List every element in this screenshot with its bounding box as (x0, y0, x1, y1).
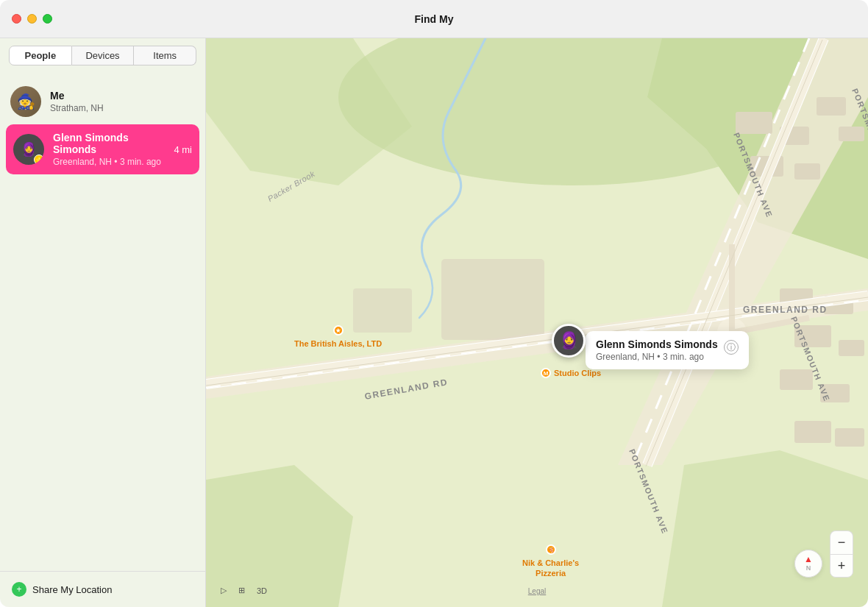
sidebar: People Devices Items 🧙 Me Stratham, NH (0, 38, 206, 607)
poi-label-british: The British Aisles, LTD (294, 338, 382, 349)
person-location-glenn: Greenland, NH • 3 min. ago (53, 157, 165, 167)
svg-rect-13 (839, 127, 864, 141)
poi-dot-studioclips: M (541, 368, 551, 378)
svg-rect-8 (736, 112, 772, 134)
map-view-button[interactable]: ⊞ (238, 586, 245, 595)
svg-rect-11 (794, 163, 820, 180)
avatar-me: 🧙 (10, 86, 41, 117)
poi-nikcharlies: 🍕 Nik & Charlie'sPizzeria (522, 544, 579, 579)
poi-label-nikcharlies: Nik & Charlie'sPizzeria (522, 558, 579, 579)
person-name-me: Me (50, 90, 195, 102)
traffic-lights (12, 14, 52, 24)
person-item-glenn[interactable]: 🧕 ⭐ Glenn Simonds Simonds Greenland, NH … (6, 124, 199, 174)
svg-rect-18 (780, 369, 813, 390)
person-name-glenn: Glenn Simonds Simonds (53, 132, 165, 155)
people-list: 🧙 Me Stratham, NH 🧕 ⭐ Glenn Simonds Simo… (0, 73, 205, 571)
zoom-out-button[interactable]: − (830, 530, 853, 554)
app-window: Find My People Devices Items 🧙 Me Strath… (0, 0, 868, 607)
person-location-me: Stratham, NH (50, 103, 195, 113)
directions-icon: ▷ (221, 586, 227, 595)
map-avatar-glenn: 🧕 (552, 324, 586, 358)
titlebar: Find My (0, 0, 868, 38)
map-zoom-controls: − + (830, 530, 853, 578)
svg-rect-22 (441, 259, 544, 340)
svg-rect-20 (794, 421, 831, 443)
avatar-badge-glenn: ⭐ (34, 155, 44, 165)
person-distance-glenn: 4 mi (174, 144, 192, 155)
map-popup: Glenn Simonds Simonds Greenland, NH • 3 … (586, 331, 749, 369)
svg-rect-19 (820, 384, 850, 402)
svg-rect-16 (794, 325, 831, 347)
share-icon: + (12, 582, 26, 597)
poi-studio-clips: M Studio Clips (541, 368, 601, 378)
poi-label-studioclips: Studio Clips (554, 369, 601, 377)
three-d-label: 3D (257, 586, 267, 595)
poi-dot-nikcharlies: 🍕 (546, 544, 556, 555)
popup-detail: Greenland, NH • 3 min. ago (596, 352, 718, 362)
svg-marker-5 (662, 450, 868, 607)
close-button[interactable] (12, 14, 21, 24)
compass-north: ▲ (804, 555, 813, 564)
tab-bar: People Devices Items (0, 38, 205, 73)
share-location-button[interactable]: + Share My Location (0, 571, 205, 607)
person-item-me[interactable]: 🧙 Me Stratham, NH (0, 79, 205, 124)
svg-rect-21 (835, 428, 864, 447)
avatar-glenn: 🧕 ⭐ (13, 134, 44, 165)
compass-n-label: N (806, 565, 811, 572)
directions-button[interactable]: ▷ (221, 586, 227, 595)
popup-name: Glenn Simonds Simonds (596, 338, 718, 350)
popup-info: Glenn Simonds Simonds Greenland, NH • 3 … (596, 338, 718, 362)
svg-rect-12 (817, 97, 846, 116)
legal-link[interactable]: Legal (528, 587, 546, 595)
popup-info-button[interactable]: ⓘ (724, 340, 739, 355)
tab-people[interactable]: People (9, 46, 72, 65)
map-view-icon: ⊞ (238, 586, 245, 595)
map-person-pin[interactable]: 🧕 (552, 324, 586, 358)
minimize-button[interactable] (27, 14, 37, 24)
tab-devices[interactable]: Devices (72, 46, 135, 65)
poi-dot-british: ★ (333, 325, 344, 336)
map-bottom-bar: ▷ ⊞ 3D (221, 586, 267, 595)
map-area: GREENLAND RD PORTSMOUTH AVE PORTSMOUTH A… (206, 38, 868, 607)
three-d-button[interactable]: 3D (257, 586, 267, 595)
share-label: Share My Location (32, 584, 112, 595)
window-title: Find My (415, 13, 454, 25)
tab-items[interactable]: Items (134, 46, 196, 65)
fullscreen-button[interactable] (43, 14, 52, 24)
svg-rect-17 (839, 340, 864, 356)
person-info-glenn: Glenn Simonds Simonds Greenland, NH • 3 … (53, 132, 165, 167)
poi-british-aisles: ★ The British Aisles, LTD (294, 325, 382, 349)
zoom-in-button[interactable]: + (830, 554, 853, 578)
person-info-me: Me Stratham, NH (50, 90, 195, 113)
compass[interactable]: ▲ N (794, 550, 822, 578)
map-svg (206, 38, 868, 607)
main-content: People Devices Items 🧙 Me Stratham, NH (0, 38, 868, 607)
